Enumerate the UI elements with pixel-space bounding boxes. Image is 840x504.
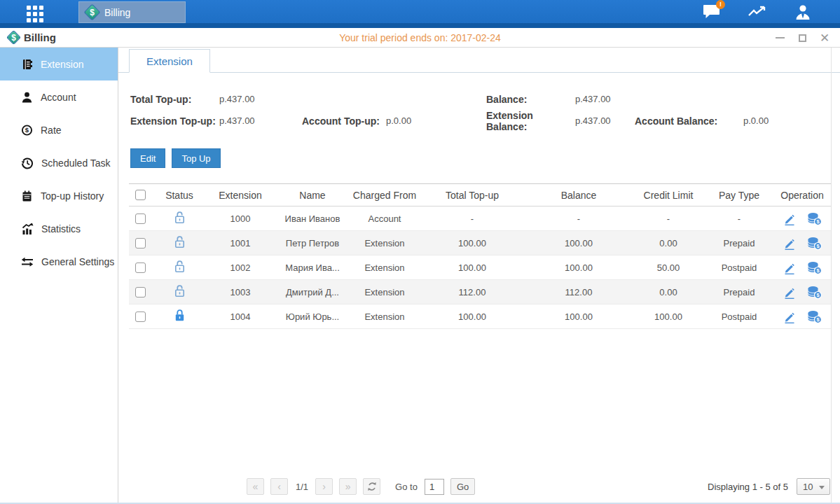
first-page-button[interactable]: « bbox=[247, 478, 264, 495]
sidebar-item-rate[interactable]: $ Rate bbox=[0, 113, 118, 146]
summary-label: Extension Balance: bbox=[486, 110, 575, 132]
edit-row-icon[interactable] bbox=[783, 286, 796, 299]
sidebar-item-general-settings[interactable]: General Settings bbox=[0, 245, 118, 278]
sidebar-item-label: Statistics bbox=[41, 223, 81, 234]
topup-history-icon bbox=[21, 190, 33, 202]
top-up-row-icon[interactable]: $ bbox=[807, 286, 822, 299]
reports-chart-icon[interactable] bbox=[748, 5, 767, 19]
select-all-checkbox[interactable] bbox=[135, 190, 146, 200]
cell-extension: 1001 bbox=[206, 238, 275, 248]
column-header-credit-limit[interactable]: Credit Limit bbox=[632, 190, 705, 201]
column-header-balance[interactable]: Balance bbox=[525, 190, 632, 201]
sidebar-item-label: Extension bbox=[41, 59, 83, 70]
last-page-button[interactable]: » bbox=[339, 478, 357, 495]
extension-icon bbox=[21, 58, 33, 71]
cell-credit-limit: 50.00 bbox=[632, 262, 705, 273]
row-checkbox[interactable] bbox=[135, 238, 146, 248]
row-checkbox[interactable] bbox=[135, 214, 146, 224]
go-button[interactable]: Go bbox=[450, 478, 475, 495]
table-header-row: Status Extension Name Charged From Total… bbox=[129, 183, 831, 206]
sidebar-item-topup-history[interactable]: Top-up History bbox=[0, 179, 118, 212]
table-row[interactable]: 1001 Петр Петров Extension 100.00 100.00… bbox=[129, 231, 831, 255]
column-header-operation[interactable]: Operation bbox=[773, 190, 831, 201]
edit-button[interactable]: Edit bbox=[130, 148, 165, 168]
top-up-button[interactable]: Top Up bbox=[172, 148, 220, 168]
minimize-button[interactable] bbox=[774, 32, 785, 43]
cell-pay-type: Postpaid bbox=[705, 262, 773, 273]
maximize-button[interactable] bbox=[797, 32, 808, 43]
column-header-extension[interactable]: Extension bbox=[206, 190, 275, 201]
topbar-billing-tab[interactable]: $ Billing bbox=[78, 1, 186, 23]
sidebar-item-account[interactable]: Account bbox=[0, 80, 118, 113]
refresh-button[interactable] bbox=[363, 478, 380, 495]
cell-extension: 1003 bbox=[206, 287, 275, 298]
edit-row-icon[interactable] bbox=[783, 310, 796, 323]
summary-value: p.437.00 bbox=[219, 94, 255, 104]
close-button[interactable]: ✕ bbox=[819, 32, 830, 43]
cell-balance: 100.00 bbox=[525, 312, 632, 322]
user-account-icon[interactable] bbox=[794, 4, 812, 20]
sidebar-item-label: General Settings bbox=[41, 256, 114, 267]
column-header-status[interactable]: Status bbox=[153, 190, 206, 201]
page-size-select[interactable]: 10 bbox=[797, 478, 830, 495]
column-header-total-topup[interactable]: Total Top-up bbox=[419, 190, 525, 201]
messages-icon[interactable]: ! bbox=[703, 4, 721, 20]
tab-extension[interactable]: Extension bbox=[129, 49, 210, 73]
summary-value: p.437.00 bbox=[575, 115, 611, 126]
trial-notice: Your trial period ends on: 2017-02-24 bbox=[0, 32, 840, 43]
edit-row-icon[interactable] bbox=[783, 237, 796, 250]
sidebar-item-statistics[interactable]: Statistics bbox=[0, 212, 118, 245]
summary-label: Account Top-up: bbox=[302, 115, 386, 127]
column-header-charged-from[interactable]: Charged From bbox=[350, 190, 419, 201]
table-body: 1000 Иван Иванов Account - - - - bbox=[129, 206, 831, 329]
cell-extension: 1004 bbox=[206, 312, 275, 322]
edit-row-icon[interactable] bbox=[783, 212, 796, 225]
summary-label: Extension Top-up: bbox=[130, 115, 219, 127]
summary-balance: Balance: p.437.00 bbox=[486, 88, 635, 110]
edit-row-icon[interactable] bbox=[783, 261, 796, 274]
page-indicator: 1/1 bbox=[296, 482, 308, 492]
cell-pay-type: Prepaid bbox=[705, 287, 773, 298]
statistics-icon bbox=[21, 223, 34, 235]
locked-icon bbox=[174, 309, 186, 325]
top-up-row-icon[interactable]: $ bbox=[807, 310, 822, 323]
table-row[interactable]: 1000 Иван Иванов Account - - - - bbox=[129, 206, 831, 231]
top-up-row-icon[interactable]: $ bbox=[807, 261, 822, 274]
sidebar-item-label: Scheduled Task bbox=[41, 158, 111, 169]
next-page-button[interactable]: › bbox=[315, 478, 333, 495]
table-row[interactable]: 1003 Дмитрий Д... Extension 112.00 112.0… bbox=[129, 280, 831, 304]
column-header-name[interactable]: Name bbox=[275, 190, 350, 201]
top-up-row-icon[interactable]: $ bbox=[807, 212, 822, 225]
row-checkbox[interactable] bbox=[135, 262, 146, 273]
table-row[interactable]: 1002 Мария Ива... Extension 100.00 100.0… bbox=[129, 255, 831, 280]
summary-total-topup: Total Top-up: p.437.00 bbox=[130, 88, 302, 110]
table-row[interactable]: 1004 Юрий Юрь... Extension 100.00 100.00… bbox=[129, 304, 831, 329]
general-settings-icon bbox=[21, 255, 34, 268]
notification-badge: ! bbox=[716, 0, 725, 9]
cell-extension: 1002 bbox=[206, 262, 275, 273]
unlocked-icon bbox=[174, 211, 186, 227]
summary-extension-topup: Extension Top-up: p.437.00 bbox=[130, 110, 302, 132]
cell-charged-from: Extension bbox=[350, 262, 419, 273]
scheduled-task-icon bbox=[21, 157, 34, 169]
column-header-pay-type[interactable]: Pay Type bbox=[705, 190, 773, 201]
prev-page-button[interactable]: ‹ bbox=[270, 478, 288, 495]
row-checkbox[interactable] bbox=[135, 287, 146, 298]
cell-credit-limit: - bbox=[632, 214, 705, 224]
app-launcher-icon[interactable] bbox=[27, 6, 48, 22]
sidebar-item-scheduled-task[interactable]: Scheduled Task bbox=[0, 146, 118, 179]
sidebar-item-extension[interactable]: Extension bbox=[0, 48, 118, 80]
top-up-row-icon[interactable]: $ bbox=[807, 237, 822, 250]
summary-label: Account Balance: bbox=[635, 115, 743, 127]
cell-extension: 1000 bbox=[206, 214, 275, 224]
content-right-divider bbox=[831, 48, 832, 504]
row-checkbox[interactable] bbox=[135, 312, 146, 322]
sidebar: Extension Account $ Rate Scheduled Task bbox=[0, 48, 118, 504]
sidebar-item-label: Account bbox=[41, 92, 76, 103]
cell-total-topup: 100.00 bbox=[419, 238, 525, 248]
go-to-page-input[interactable] bbox=[425, 479, 444, 495]
main-content: Extension Total Top-up: p.437.00 Balance… bbox=[118, 48, 840, 504]
billing-diamond-icon: $ bbox=[83, 4, 100, 20]
cell-credit-limit: 100.00 bbox=[632, 312, 705, 322]
sidebar-item-label: Rate bbox=[41, 125, 62, 136]
